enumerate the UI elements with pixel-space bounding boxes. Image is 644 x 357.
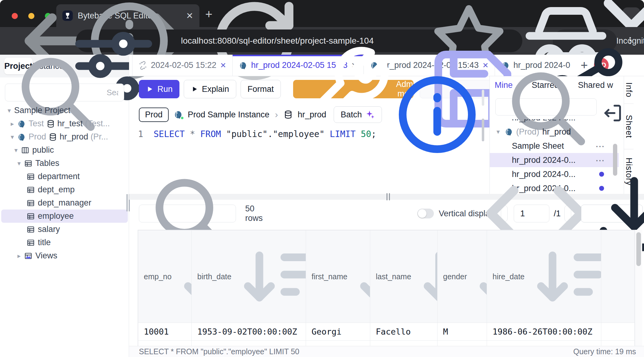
- tree-item[interactable]: ▾ Sample Project: [1, 104, 128, 117]
- executed-query-text: SELECT * FROM "public"."employee" LIMIT …: [139, 347, 573, 356]
- sheet-item[interactable]: Sample Sheet ⋯: [490, 139, 619, 153]
- tree-item[interactable]: ▸ Views: [1, 249, 128, 262]
- sheet-item[interactable]: hr_prod 2024-0... ⋯: [490, 153, 619, 167]
- tree-item[interactable]: department: [1, 170, 128, 183]
- table-cell[interactable]: 1986-06-26T00:00:00Z: [487, 323, 601, 341]
- sort-icon[interactable]: [234, 230, 306, 323]
- table-icon: [26, 238, 35, 247]
- divider-grip[interactable]: [387, 193, 390, 200]
- play-icon: [146, 85, 154, 93]
- table-cell[interactable]: 1985-11-21T00:00:00Z: [487, 341, 601, 346]
- table-icon: [24, 159, 33, 168]
- database-name[interactable]: hr_prod: [298, 110, 326, 120]
- sql-token: [355, 129, 361, 139]
- search-sheets-box[interactable]: [495, 98, 597, 116]
- instance-name[interactable]: Prod Sample Instance: [188, 110, 269, 120]
- column-header-label: first_name: [312, 272, 348, 281]
- column-header[interactable]: emp_no: [138, 230, 192, 323]
- tree-item[interactable]: salary: [1, 223, 128, 236]
- table-cell[interactable]: 10002: [138, 341, 192, 346]
- sort-icon[interactable]: [351, 230, 370, 323]
- table-cell[interactable]: 10001: [138, 323, 192, 341]
- tree-item[interactable]: ▸ Test hr_test (Test...: [1, 117, 128, 130]
- tree-item[interactable]: ▾ Prod hr_prod (Pr...: [1, 130, 128, 143]
- worksheet-tab[interactable]: 2024-02-05 15:22 ✕: [132, 55, 233, 76]
- vertical-display-toggle[interactable]: [417, 209, 434, 218]
- table-scrollbar-thumb[interactable]: [636, 232, 641, 266]
- tree-item-label: public: [32, 145, 54, 155]
- table-icon: [26, 186, 35, 194]
- sheet-item-partial[interactable]: hr_prod 2024-0...: [490, 119, 619, 125]
- tree-item[interactable]: ▾ public: [1, 143, 128, 157]
- tree-expand-icon[interactable]: ▸: [15, 252, 23, 260]
- table-row[interactable]: 100021964-06-02T00:00:00ZBezalelSimmelF1…: [138, 341, 635, 346]
- instance-status-dot: [180, 116, 184, 120]
- environment-label: (Prod): [516, 127, 539, 137]
- table-cell[interactable]: Simmel: [370, 341, 438, 346]
- sort-icon[interactable]: [414, 230, 437, 323]
- table-cell[interactable]: Bezalel: [306, 341, 370, 346]
- table-scrollbar[interactable]: [635, 230, 642, 346]
- search-sheets-input[interactable]: [596, 102, 598, 112]
- sql-token: [185, 129, 190, 139]
- run-button[interactable]: Run: [139, 80, 179, 98]
- sort-icon[interactable]: [528, 230, 601, 323]
- breadcrumb-chevron-icon: ›: [275, 109, 278, 120]
- table-cell[interactable]: Georgi: [306, 323, 370, 341]
- column-header[interactable]: last_name: [370, 230, 438, 323]
- search-databases-box[interactable]: [5, 84, 124, 101]
- table-cell[interactable]: 1964-06-02T00:00:00Z: [192, 341, 306, 346]
- table-cell[interactable]: F: [438, 341, 487, 346]
- editor-scrollbar-thumb[interactable]: [482, 119, 484, 141]
- tree-expand-icon[interactable]: ▾: [12, 147, 20, 154]
- tree-item[interactable]: title: [1, 236, 128, 249]
- more-menu-icon[interactable]: ⋯: [595, 141, 605, 151]
- search-results-input[interactable]: [240, 209, 241, 219]
- tree-expand-icon[interactable]: ▾: [497, 128, 505, 135]
- sort-icon[interactable]: [470, 230, 487, 323]
- tree-item-label: salary: [38, 225, 60, 234]
- format-button[interactable]: Format: [241, 80, 281, 98]
- column-header[interactable]: gender: [438, 230, 487, 323]
- batch-button[interactable]: Batch: [334, 106, 382, 123]
- column-header[interactable]: hire_date: [487, 230, 601, 323]
- tab-info[interactable]: Info: [624, 76, 634, 104]
- search-results-box[interactable]: [139, 205, 236, 222]
- table-cell[interactable]: 1953-09-02T00:00:00Z: [192, 323, 306, 341]
- sql-token: "public"."employee": [226, 129, 324, 139]
- tree-expand-icon[interactable]: ▾: [9, 133, 16, 141]
- more-menu-icon[interactable]: ⋯: [595, 155, 605, 166]
- tree-item[interactable]: employee: [1, 210, 128, 223]
- tree-item[interactable]: ▾ Tables: [1, 157, 128, 170]
- tree-item[interactable]: dept_manager: [1, 196, 128, 210]
- tree-expand-icon[interactable]: ▸: [9, 120, 16, 128]
- table-cell-empty: [601, 323, 635, 341]
- tree-expand-icon[interactable]: ▾: [15, 160, 23, 167]
- search-databases-input[interactable]: [106, 88, 119, 98]
- prev-page-button[interactable]: [501, 205, 508, 222]
- info-circle-icon[interactable]: [391, 69, 483, 161]
- sheet-item[interactable]: ▾ (Prod) hr_prod: [490, 125, 619, 139]
- column-header[interactable]: birth_date: [192, 230, 306, 323]
- sql-code-line: SELECT * FROM "public"."employee" LIMIT …: [154, 129, 376, 139]
- next-page-button[interactable]: [564, 205, 571, 222]
- explain-button[interactable]: Explain: [184, 80, 236, 98]
- table-cell[interactable]: M: [438, 323, 487, 341]
- tab-sheet[interactable]: Sheet: [624, 104, 634, 149]
- export-button[interactable]: Export: [581, 205, 643, 222]
- column-header[interactable]: first_name: [306, 230, 370, 323]
- table-cell[interactable]: Facello: [370, 323, 438, 341]
- sql-editor[interactable]: 1 SELECT * FROM "public"."employee" LIMI…: [132, 129, 489, 139]
- results-toolbar: 50 rows Vertical display /1 Export: [139, 200, 643, 227]
- tree-item[interactable]: dept_emp: [1, 183, 128, 196]
- sort-icon[interactable]: [175, 230, 191, 323]
- schema-icon: [21, 146, 29, 155]
- tab-search-button[interactable]: [622, 7, 640, 22]
- sql-token: FROM: [200, 129, 221, 139]
- close-tab-icon[interactable]: ✕: [220, 61, 226, 70]
- table-row[interactable]: 100011953-09-02T00:00:00ZGeorgiFacelloM1…: [138, 323, 635, 341]
- results-table: emp_no birth_date first_name last_name g…: [138, 230, 635, 346]
- column-header-label: gender: [443, 272, 467, 281]
- editor-scrollbar[interactable]: [482, 90, 484, 106]
- tree-expand-icon[interactable]: ▾: [6, 107, 13, 114]
